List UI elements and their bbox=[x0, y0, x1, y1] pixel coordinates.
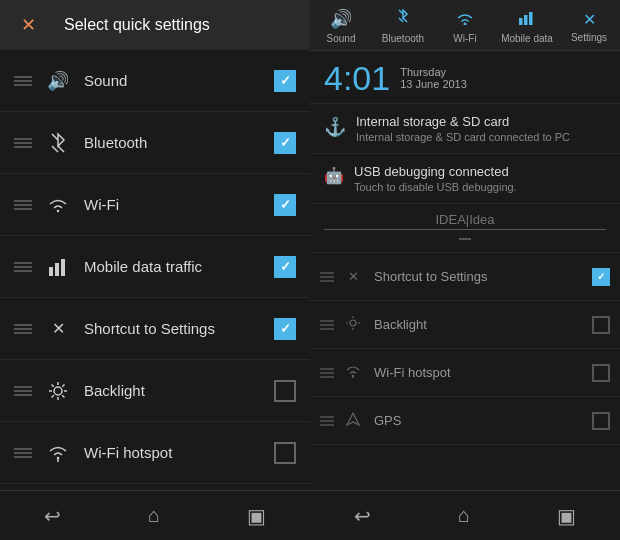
qs-settings-icon: ✕ bbox=[583, 10, 596, 29]
list-item[interactable]: Backlight bbox=[0, 360, 310, 422]
qs-sound-label: Sound bbox=[327, 33, 356, 44]
shortcut-checkbox[interactable] bbox=[274, 318, 296, 340]
rqs-gps-icon bbox=[342, 412, 364, 430]
backlight-checkbox[interactable] bbox=[274, 380, 296, 402]
qs-mobile-data[interactable]: Mobile data bbox=[500, 9, 555, 44]
svg-point-3 bbox=[54, 387, 62, 395]
usb-subtitle: Touch to disable USB debugging. bbox=[354, 181, 517, 193]
backlight-label: Backlight bbox=[84, 382, 274, 399]
rqs-drag-shortcut[interactable] bbox=[320, 272, 334, 282]
rqs-gps-checkbox[interactable] bbox=[592, 412, 610, 430]
rqs-hotspot-label: Wi-Fi hotspot bbox=[374, 365, 592, 380]
recents-button[interactable]: ▣ bbox=[227, 496, 286, 536]
hotspot-checkbox[interactable] bbox=[274, 442, 296, 464]
clock-area: 4:01 Thursday 13 June 2013 bbox=[310, 51, 620, 104]
svg-rect-14 bbox=[519, 18, 523, 25]
clock-time: 4:01 bbox=[324, 61, 390, 95]
qs-settings-label: Settings bbox=[571, 32, 607, 43]
drag-handle-sound[interactable] bbox=[14, 76, 32, 86]
hotspot-icon bbox=[44, 439, 72, 467]
svg-line-9 bbox=[62, 395, 64, 397]
rqs-gps[interactable]: GPS bbox=[310, 397, 620, 445]
drag-handle-hotspot[interactable] bbox=[14, 448, 32, 458]
right-qs-list: ✕ Shortcut to Settings Backlight Wi-Fi h… bbox=[310, 253, 620, 490]
clock-date-val: 13 June 2013 bbox=[400, 78, 467, 90]
backlight-icon bbox=[44, 377, 72, 405]
settings-header-icon: ✕ bbox=[14, 11, 42, 39]
idea-input[interactable] bbox=[324, 210, 606, 230]
page-title: Select quick settings bbox=[64, 16, 210, 34]
qs-settings[interactable]: ✕ Settings bbox=[562, 10, 617, 43]
qs-wifi[interactable]: Wi-Fi bbox=[438, 9, 493, 44]
list-item[interactable]: Wi-Fi bbox=[0, 174, 310, 236]
svg-line-8 bbox=[52, 384, 54, 386]
left-bottom-nav: ↩ ⌂ ▣ bbox=[0, 490, 310, 540]
clock-day: Thursday bbox=[400, 66, 467, 78]
rqs-hotspot-checkbox[interactable] bbox=[592, 364, 610, 382]
qs-sound[interactable]: 🔊 Sound bbox=[314, 8, 369, 44]
home-button[interactable]: ⌂ bbox=[128, 496, 180, 535]
rqs-drag-hotspot[interactable] bbox=[320, 368, 334, 378]
qs-wifi-label: Wi-Fi bbox=[453, 33, 476, 44]
rqs-shortcut-icon: ✕ bbox=[342, 269, 364, 284]
qs-bluetooth[interactable]: Bluetooth bbox=[376, 9, 431, 44]
input-area bbox=[310, 204, 620, 253]
drag-handle-backlight[interactable] bbox=[14, 386, 32, 396]
rqs-gps-label: GPS bbox=[374, 413, 592, 428]
qs-mobile-data-icon bbox=[519, 9, 535, 30]
qs-bluetooth-icon bbox=[397, 9, 409, 30]
rqs-shortcut-label: Shortcut to Settings bbox=[374, 269, 592, 284]
svg-rect-2 bbox=[61, 259, 65, 276]
right-back-button[interactable]: ↩ bbox=[334, 496, 391, 536]
mobile-data-label: Mobile data traffic bbox=[84, 258, 274, 275]
mobile-data-icon bbox=[44, 253, 72, 281]
drag-handle-wifi[interactable] bbox=[14, 200, 32, 210]
storage-title: Internal storage & SD card bbox=[356, 114, 570, 129]
mobile-data-checkbox[interactable] bbox=[274, 256, 296, 278]
svg-point-13 bbox=[464, 22, 467, 25]
left-header: ✕ Select quick settings bbox=[0, 0, 310, 50]
drag-handle-mobile[interactable] bbox=[14, 262, 32, 272]
rqs-shortcut-checkbox[interactable] bbox=[592, 268, 610, 286]
usb-title: USB debugging connected bbox=[354, 164, 517, 179]
shortcut-icon: ✕ bbox=[44, 315, 72, 343]
left-panel: ✕ Select quick settings 🔊 Sound Bluetoot… bbox=[0, 0, 310, 540]
rqs-backlight[interactable]: Backlight bbox=[310, 301, 620, 349]
wifi-checkbox[interactable] bbox=[274, 194, 296, 216]
svg-point-18 bbox=[350, 320, 356, 326]
qs-sound-icon: 🔊 bbox=[330, 8, 352, 30]
bluetooth-icon bbox=[44, 129, 72, 157]
bluetooth-checkbox[interactable] bbox=[274, 132, 296, 154]
list-item[interactable]: Mobile data traffic bbox=[0, 236, 310, 298]
list-item[interactable]: Bluetooth bbox=[0, 112, 310, 174]
right-bottom-nav: ↩ ⌂ ▣ bbox=[310, 490, 620, 540]
rqs-drag-backlight[interactable] bbox=[320, 320, 334, 330]
svg-rect-0 bbox=[49, 267, 53, 276]
sound-checkbox[interactable] bbox=[274, 70, 296, 92]
sound-icon: 🔊 bbox=[44, 67, 72, 95]
svg-rect-16 bbox=[529, 12, 533, 25]
qs-wifi-icon bbox=[456, 9, 474, 30]
list-item[interactable]: ✕ Shortcut to Settings bbox=[0, 298, 310, 360]
clock-date: Thursday 13 June 2013 bbox=[400, 66, 467, 90]
rqs-shortcut[interactable]: ✕ Shortcut to Settings bbox=[310, 253, 620, 301]
list-item[interactable]: Wi-Fi hotspot bbox=[0, 422, 310, 484]
rqs-hotspot[interactable]: Wi-Fi hotspot bbox=[310, 349, 620, 397]
rqs-hotspot-icon bbox=[342, 364, 364, 382]
back-button[interactable]: ↩ bbox=[24, 496, 81, 536]
svg-line-11 bbox=[52, 395, 54, 397]
wifi-label: Wi-Fi bbox=[84, 196, 274, 213]
storage-icon: ⚓ bbox=[324, 116, 346, 138]
notification-usb[interactable]: 🤖 USB debugging connected Touch to disab… bbox=[310, 154, 620, 204]
right-recents-button[interactable]: ▣ bbox=[537, 496, 596, 536]
drag-handle-bluetooth[interactable] bbox=[14, 138, 32, 148]
drag-handle-shortcut[interactable] bbox=[14, 324, 32, 334]
rqs-backlight-checkbox[interactable] bbox=[592, 316, 610, 334]
usb-icon: 🤖 bbox=[324, 166, 344, 185]
right-home-button[interactable]: ⌂ bbox=[438, 496, 490, 535]
settings-list: 🔊 Sound Bluetooth Wi-Fi bbox=[0, 50, 310, 490]
list-item[interactable]: 🔊 Sound bbox=[0, 50, 310, 112]
rqs-drag-gps[interactable] bbox=[320, 416, 334, 426]
qs-bluetooth-label: Bluetooth bbox=[382, 33, 424, 44]
notification-storage[interactable]: ⚓ Internal storage & SD card Internal st… bbox=[310, 104, 620, 154]
